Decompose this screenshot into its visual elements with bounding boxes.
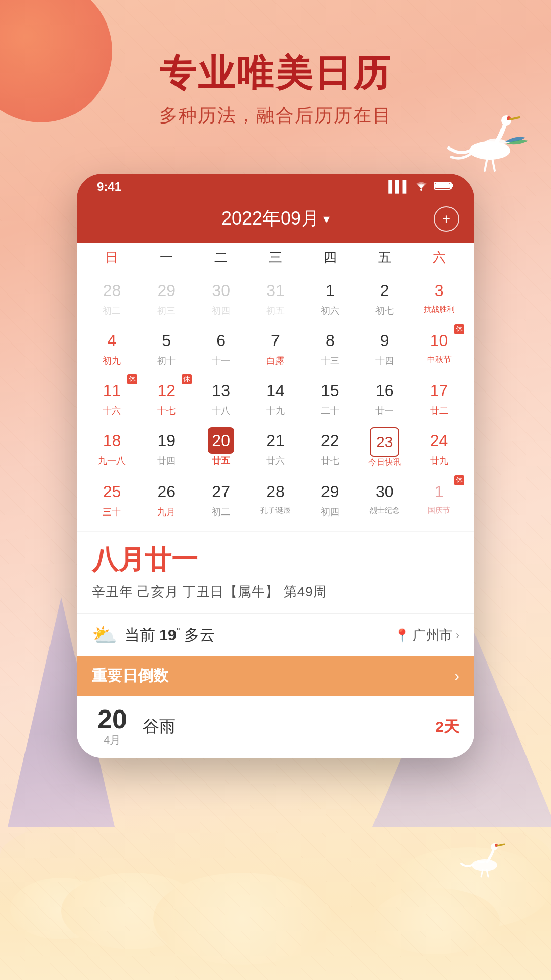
- day-20-selected[interactable]: 20 廿五: [194, 422, 248, 473]
- day-16[interactable]: 16 廿一: [357, 372, 412, 422]
- lunar-year-info: 辛丑年 己亥月 丁丑日【属牛】 第49周: [92, 583, 459, 601]
- day-11[interactable]: 休 11 十六: [85, 372, 139, 422]
- city-name: 广州市: [413, 626, 453, 644]
- day-12[interactable]: 休 12 十七: [139, 372, 194, 422]
- svg-rect-9: [435, 183, 450, 188]
- day-14[interactable]: 14 十九: [248, 372, 303, 422]
- day-19[interactable]: 19 廿四: [139, 422, 194, 473]
- countdown-title: 重要日倒数: [92, 666, 168, 687]
- weather-chevron: ›: [456, 629, 459, 642]
- day-3[interactable]: 3 抗战胜利: [412, 272, 466, 322]
- weather-label: 当前 19° 多云: [124, 625, 215, 646]
- title-area: 专业唯美日历 多种历法，融合后历历在目: [0, 51, 551, 128]
- weekday-thu: 四: [303, 249, 357, 266]
- day-1[interactable]: 1 初六: [303, 272, 357, 322]
- status-bar: 9:41 ▌▌▌: [77, 174, 474, 198]
- weather-location[interactable]: 📍 广州市 ›: [394, 626, 459, 644]
- signal-icon: ▌▌▌: [388, 180, 409, 193]
- week-4: 18 九一八 19 廿四 20 廿五 21 廿六 22 廿七: [85, 422, 466, 473]
- rest-badge-10: 休: [454, 324, 464, 334]
- day-1-next[interactable]: 休 1 国庆节: [412, 473, 466, 523]
- day-17[interactable]: 17 廿二: [412, 372, 466, 422]
- weekday-fri: 五: [357, 249, 412, 266]
- weather-panel[interactable]: ⛅ 当前 19° 多云 📍 广州市 ›: [77, 614, 474, 656]
- weekday-tue: 二: [194, 249, 248, 266]
- countdown-arrow-icon: ›: [455, 668, 459, 684]
- countdown-date-block: 20 4月: [92, 706, 133, 748]
- day-9[interactable]: 9 十四: [357, 322, 412, 372]
- day-26[interactable]: 26 九月: [139, 473, 194, 523]
- lunar-info-panel: 八月廿一 辛丑年 己亥月 丁丑日【属牛】 第49周: [77, 531, 474, 613]
- today-label: 今日快讯: [368, 457, 401, 468]
- countdown-header[interactable]: 重要日倒数 ›: [77, 656, 474, 696]
- day-2[interactable]: 2 初七: [357, 272, 412, 322]
- day-8[interactable]: 8 十三: [303, 322, 357, 372]
- phone-mockup: 9:41 ▌▌▌ 2022年09月 ▾ +: [77, 174, 474, 758]
- day-18[interactable]: 18 九一八: [85, 422, 139, 473]
- day-13[interactable]: 13 十八: [194, 372, 248, 422]
- day-21[interactable]: 21 廿六: [248, 422, 303, 473]
- day-28-prev[interactable]: 28 初二: [85, 272, 139, 322]
- wifi-icon: [414, 180, 429, 194]
- week-5: 25 三十 26 九月 27 初二 28 孔子诞辰 29 初四 30 烈士纪念: [85, 473, 466, 523]
- day-15[interactable]: 15 二十: [303, 372, 357, 422]
- day-29[interactable]: 29 初四: [303, 473, 357, 523]
- lunar-date-display: 八月廿一: [92, 542, 459, 578]
- weekday-sat: 六: [412, 249, 466, 266]
- svg-point-6: [420, 189, 422, 191]
- day-4[interactable]: 4 初九: [85, 322, 139, 372]
- day-29-prev[interactable]: 29 初三: [139, 272, 194, 322]
- weather-icon: ⛅: [92, 623, 117, 647]
- day-7[interactable]: 7 白露: [248, 322, 303, 372]
- svg-rect-8: [451, 184, 453, 187]
- weekday-row: 日 一 二 三 四 五 六: [85, 243, 466, 272]
- day-28[interactable]: 28 孔子诞辰: [248, 473, 303, 523]
- location-icon: 📍: [394, 628, 410, 643]
- crane-bottom-icon: [459, 842, 510, 878]
- status-time: 9:41: [97, 180, 121, 194]
- week-2: 4 初九 5 初十 6 十一 7 白露 8 十三 9 十四: [85, 322, 466, 372]
- day-5[interactable]: 5 初十: [139, 322, 194, 372]
- month-title: 2022年09月: [221, 206, 319, 231]
- rest-badge-12: 休: [182, 374, 192, 384]
- month-dropdown-arrow[interactable]: ▾: [323, 212, 330, 226]
- weekday-sun: 日: [85, 249, 139, 266]
- weekday-wed: 三: [248, 249, 303, 266]
- day-31-prev[interactable]: 31 初五: [248, 272, 303, 322]
- day-6[interactable]: 6 十一: [194, 322, 248, 372]
- day-23-today[interactable]: 23 今日快讯: [357, 422, 412, 473]
- add-event-button[interactable]: +: [434, 206, 459, 232]
- svg-point-3: [472, 859, 497, 871]
- status-icons: ▌▌▌: [388, 180, 454, 194]
- day-30-prev[interactable]: 30 初四: [194, 272, 248, 322]
- sub-title: 多种历法，融合后历历在目: [0, 103, 551, 128]
- countdown-month: 4月: [104, 732, 121, 748]
- day-10[interactable]: 休 10 中秋节: [412, 322, 466, 372]
- countdown-event-name: 谷雨: [143, 716, 425, 738]
- weekday-mon: 一: [139, 249, 194, 266]
- battery-icon: [434, 180, 454, 194]
- rest-badge-1next: 休: [454, 475, 464, 485]
- day-30[interactable]: 30 烈士纪念: [357, 473, 412, 523]
- weather-left: ⛅ 当前 19° 多云: [92, 623, 215, 647]
- calendar-header: 2022年09月 ▾ +: [77, 198, 474, 243]
- day-24[interactable]: 24 廿九: [412, 422, 466, 473]
- day-22[interactable]: 22 廿七: [303, 422, 357, 473]
- day-25[interactable]: 25 三十: [85, 473, 139, 523]
- week-1: 28 初二 29 初三 30 初四 31 初五 1 初六 2 初七: [85, 272, 466, 322]
- countdown-day-number: 20: [97, 706, 127, 732]
- main-title: 专业唯美日历: [0, 51, 551, 95]
- rest-badge-11: 休: [127, 374, 137, 384]
- countdown-days-remaining: 2天: [435, 717, 459, 738]
- calendar-body: 日 一 二 三 四 五 六 28 初二 29 初三 30 初四 31: [77, 243, 474, 531]
- day-27[interactable]: 27 初二: [194, 473, 248, 523]
- countdown-item-1[interactable]: 20 4月 谷雨 2天: [77, 696, 474, 758]
- week-3: 休 11 十六 休 12 十七 13 十八 14 十九 15 二十: [85, 372, 466, 422]
